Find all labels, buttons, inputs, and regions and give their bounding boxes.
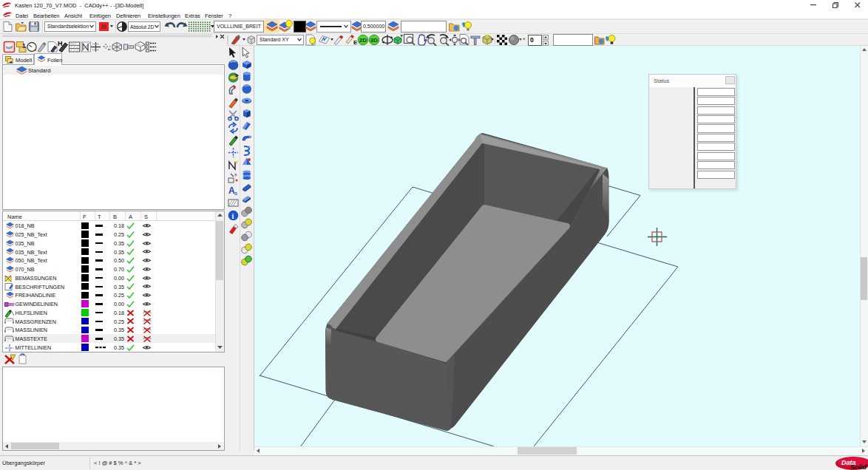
- svg-text:3D: 3D: [370, 37, 378, 44]
- svg-text:2D: 2D: [359, 37, 367, 44]
- svg-text:a: a: [234, 191, 237, 196]
- svg-text:i: i: [231, 212, 234, 220]
- svg-text:H: H: [58, 40, 63, 47]
- svg-text:Solid: Solid: [850, 463, 867, 470]
- svg-text:1: 1: [22, 42, 26, 50]
